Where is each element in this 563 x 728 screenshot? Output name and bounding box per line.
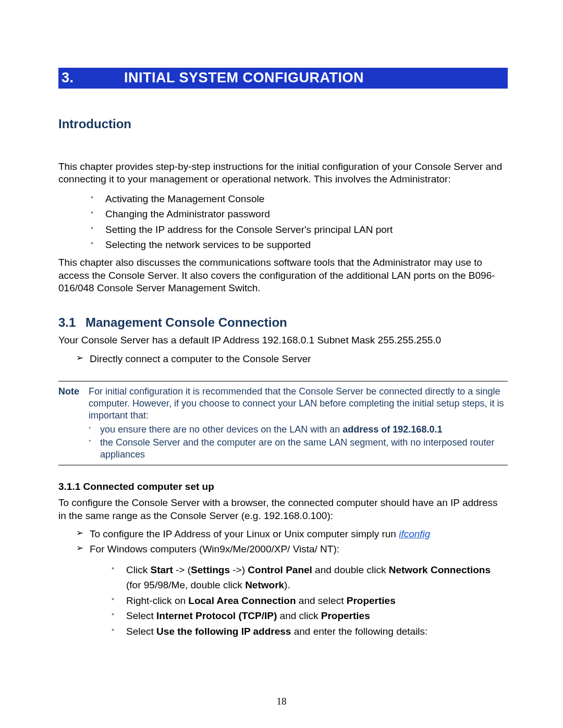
list-item: Right-click on Local Area Connection and… — [58, 593, 508, 608]
document-page: 3. INITIAL SYSTEM CONFIGURATION Introduc… — [0, 0, 563, 728]
intro-paragraph-1: This chapter provides step-by-step instr… — [58, 161, 508, 186]
sec311-paragraph: To configure the Console Server with a b… — [58, 497, 508, 522]
section-heading-introduction: Introduction — [58, 117, 508, 131]
note-label: Note — [58, 386, 89, 422]
note-bullet-list: you ensure there are no other devices on… — [58, 424, 508, 461]
ifconfig-link[interactable]: ifconfig — [399, 528, 430, 539]
section-heading-3-1-1: 3.1.1 Connected computer set up — [58, 481, 508, 492]
list-item: For Windows computers (Win9x/Me/2000/XP/… — [58, 541, 508, 557]
intro-paragraph-2: This chapter also discusses the communic… — [58, 256, 508, 294]
sec31-paragraph: Your Console Server has a default IP Add… — [58, 334, 508, 347]
note-text: For initial configuration it is recommen… — [89, 386, 508, 422]
sec311-arrow-list: To configure the IP Address of your Linu… — [58, 526, 508, 557]
intro-bullet-list: Activating the Management Console Changi… — [58, 191, 508, 253]
list-item: the Console Server and the computer are … — [58, 437, 508, 461]
chapter-title: INITIAL SYSTEM CONFIGURATION — [124, 70, 364, 86]
note-bullet-1-text: you ensure there are no other devices on… — [100, 424, 342, 435]
note-bullet-1-bold: address of 192.168.0.1 — [342, 424, 442, 435]
list-item: Click Start -> (Settings ->) Control Pan… — [58, 562, 508, 593]
section-title: Management Console Connection — [85, 315, 287, 330]
page-number: 18 — [0, 696, 563, 707]
list-item: Setting the IP address for the Console S… — [58, 222, 508, 237]
list-item: To configure the IP Address of your Linu… — [58, 526, 508, 541]
arrow-item-1-text: To configure the IP Address of your Linu… — [90, 528, 399, 539]
note-box: Note For initial configuration it is rec… — [58, 381, 508, 465]
windows-steps-list: Click Start -> (Settings ->) Control Pan… — [58, 562, 508, 639]
chapter-number: 3. — [62, 70, 124, 86]
section-heading-3-1: 3.1 Management Console Connection — [58, 315, 508, 330]
section-number: 3.1 — [58, 315, 85, 330]
sec31-arrow-list: Directly connect a computer to the Conso… — [58, 351, 508, 366]
list-item: you ensure there are no other devices on… — [58, 424, 508, 436]
list-item: Selecting the network services to be sup… — [58, 237, 508, 252]
list-item: Select Use the following IP address and … — [58, 624, 508, 639]
list-item: Changing the Administrator password — [58, 206, 508, 221]
chapter-heading-banner: 3. INITIAL SYSTEM CONFIGURATION — [58, 68, 508, 89]
list-item: Select Internet Protocol (TCP/IP) and cl… — [58, 608, 508, 623]
list-item: Activating the Management Console — [58, 191, 508, 206]
list-item: Directly connect a computer to the Conso… — [58, 351, 508, 366]
